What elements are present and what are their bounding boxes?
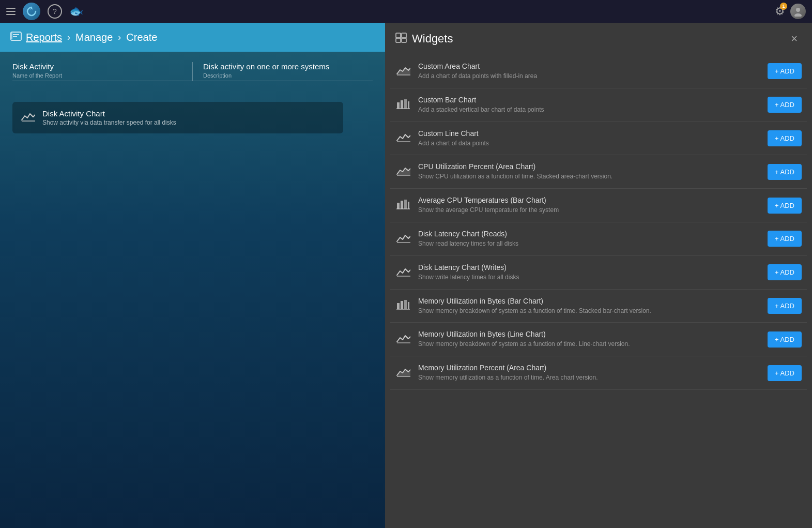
- svg-marker-33: [397, 369, 410, 376]
- widget-item-custom-line-chart: Custom Line Chart Add a chart of data po…: [390, 122, 807, 156]
- widget-item-text-memory-bytes-line: Memory Utilization in Bytes (Line Chart)…: [418, 330, 760, 349]
- svg-rect-28: [401, 301, 403, 309]
- breadcrumb-sep-2: ›: [118, 32, 121, 43]
- avatar-inner: [790, 4, 806, 19]
- add-button-memory-bytes-bar[interactable]: + ADD: [768, 298, 802, 314]
- widget-item-text-avg-cpu-temp: Average CPU Temperatures (Bar Chart) Sho…: [418, 196, 760, 215]
- breadcrumb-reports[interactable]: Reports: [26, 32, 62, 43]
- disk-activity-widget-card[interactable]: Disk Activity Chart Show activity via da…: [12, 102, 343, 133]
- description-label: Description: [203, 72, 373, 79]
- widget-item-title-custom-line-chart: Custom Line Chart: [418, 129, 760, 138]
- widgets-icon: [395, 33, 407, 46]
- add-button-custom-bar-chart[interactable]: + ADD: [768, 97, 802, 113]
- widget-item-desc-memory-percent-area: Show memory utilization as a function of…: [418, 373, 760, 382]
- svg-marker-18: [397, 168, 410, 175]
- help-icon[interactable]: ?: [48, 4, 62, 19]
- widget-item-desc-custom-line-chart: Add a chart of data points: [418, 139, 760, 148]
- hamburger-icon[interactable]: [6, 8, 16, 15]
- svg-rect-20: [397, 203, 400, 209]
- widget-item-title-memory-percent-area: Memory Utilization Percent (Area Chart): [418, 364, 760, 372]
- svg-rect-30: [408, 302, 409, 309]
- line-chart-icon-6: [395, 265, 411, 280]
- report-form: Name of the Report Description: [0, 52, 385, 92]
- add-button-cpu-utilization-area[interactable]: + ADD: [768, 164, 802, 180]
- widgets-panel-title: Widgets: [412, 32, 453, 46]
- topbar-right: ⚙ 1: [775, 4, 806, 19]
- widget-item-cpu-utilization-area: CPU Utilization Percent (Area Chart) Sho…: [390, 155, 807, 189]
- fish-icon[interactable]: 🐟: [69, 5, 83, 18]
- widget-item-title-disk-latency-reads: Disk Latency Chart (Reads): [418, 230, 760, 238]
- add-button-disk-latency-writes[interactable]: + ADD: [768, 264, 802, 280]
- breadcrumb-create: Create: [126, 32, 157, 43]
- svg-rect-6: [396, 33, 401, 38]
- svg-point-1: [794, 13, 802, 17]
- widget-item-disk-latency-reads: Disk Latency Chart (Reads) Show read lat…: [390, 222, 807, 256]
- line-chart-icon-5: [395, 231, 411, 247]
- description-input[interactable]: [203, 62, 373, 71]
- area-chart-icon-9: [395, 365, 411, 381]
- widget-item-title-custom-area-chart: Custom Area Chart: [418, 62, 760, 70]
- svg-rect-27: [397, 303, 400, 309]
- add-button-memory-bytes-line[interactable]: + ADD: [768, 331, 802, 348]
- widgets-header: Widgets ×: [385, 23, 812, 55]
- breadcrumb-bar: Reports › Manage › Create: [0, 23, 385, 52]
- avatar[interactable]: [790, 4, 806, 19]
- widget-item-desc-disk-latency-reads: Show read latency times for all disks: [418, 239, 760, 248]
- widget-item-memory-bytes-line: Memory Utilization in Bytes (Line Chart)…: [390, 323, 807, 356]
- right-panel: Widgets × Custom Area Chart Add a chart …: [385, 23, 812, 528]
- breadcrumb-manage: Manage: [75, 32, 113, 43]
- gear-badge-count: 1: [780, 3, 787, 10]
- disk-activity-title: Disk Activity Chart: [42, 109, 176, 118]
- widget-item-memory-percent-area: Memory Utilization Percent (Area Chart) …: [390, 356, 807, 390]
- topbar-left: ? 🐟: [6, 3, 83, 20]
- close-button[interactable]: ×: [787, 30, 802, 48]
- widget-item-text-memory-bytes-bar: Memory Utilization in Bytes (Bar Chart) …: [418, 297, 760, 315]
- svg-rect-7: [402, 33, 406, 38]
- disk-activity-description: Show activity via data transfer speed fo…: [42, 119, 176, 126]
- svg-rect-21: [401, 201, 403, 209]
- svg-rect-29: [404, 300, 407, 309]
- widget-item-desc-cpu-utilization-area: Show CPU utilization as a function of ti…: [418, 172, 760, 181]
- widgets-title: Widgets: [395, 32, 453, 46]
- main-layout: Reports › Manage › Create Name of the Re…: [0, 23, 812, 528]
- widget-item-custom-area-chart: Custom Area Chart Add a chart of data po…: [390, 55, 807, 88]
- add-button-avg-cpu-temp[interactable]: + ADD: [768, 198, 802, 214]
- widget-list: Custom Area Chart Add a chart of data po…: [385, 55, 812, 528]
- form-row: Name of the Report Description: [12, 62, 373, 81]
- widget-item-title-disk-latency-writes: Disk Latency Chart (Writes): [418, 263, 760, 271]
- disk-activity-icon: [21, 110, 35, 126]
- gear-badge[interactable]: ⚙ 1: [775, 5, 785, 18]
- logo-icon[interactable]: [23, 3, 40, 20]
- svg-marker-10: [397, 68, 410, 75]
- name-field: Name of the Report: [12, 62, 193, 81]
- name-input[interactable]: [12, 62, 182, 71]
- svg-rect-14: [404, 99, 407, 109]
- help-label: ?: [53, 7, 57, 16]
- widget-item-title-memory-bytes-line: Memory Utilization in Bytes (Line Chart): [418, 330, 760, 338]
- svg-rect-2: [11, 32, 21, 40]
- widget-item-desc-custom-area-chart: Add a chart of data points with filled-i…: [418, 72, 760, 81]
- svg-rect-23: [408, 202, 409, 209]
- widget-item-avg-cpu-temp: Average CPU Temperatures (Bar Chart) Sho…: [390, 189, 807, 222]
- svg-rect-8: [396, 38, 401, 42]
- widgets-canvas: Disk Activity Chart Show activity via da…: [0, 92, 385, 528]
- add-button-disk-latency-reads[interactable]: + ADD: [768, 231, 802, 247]
- add-button-memory-percent-area[interactable]: + ADD: [768, 365, 802, 381]
- area-chart-icon-0: [395, 64, 411, 79]
- add-button-custom-area-chart[interactable]: + ADD: [768, 63, 802, 79]
- widget-item-title-cpu-utilization-area: CPU Utilization Percent (Area Chart): [418, 162, 760, 171]
- svg-rect-13: [401, 100, 403, 109]
- widget-item-text-memory-percent-area: Memory Utilization Percent (Area Chart) …: [418, 364, 760, 382]
- add-button-custom-line-chart[interactable]: + ADD: [768, 130, 802, 146]
- widget-item-desc-avg-cpu-temp: Show the average CPU temperature for the…: [418, 206, 760, 215]
- bar-chart-icon-7: [395, 298, 411, 313]
- widget-item-title-memory-bytes-bar: Memory Utilization in Bytes (Bar Chart): [418, 297, 760, 305]
- line-chart-icon-2: [395, 130, 411, 146]
- area-chart-icon-3: [395, 164, 411, 179]
- svg-rect-12: [397, 102, 400, 109]
- svg-point-0: [796, 8, 800, 12]
- widget-item-text-disk-latency-reads: Disk Latency Chart (Reads) Show read lat…: [418, 230, 760, 248]
- widget-item-desc-memory-bytes-line: Show memory breakdown of system as a fun…: [418, 340, 760, 349]
- widget-item-memory-bytes-bar: Memory Utilization in Bytes (Bar Chart) …: [390, 290, 807, 323]
- widget-item-desc-custom-bar-chart: Add a stacked vertical bar chart of data…: [418, 105, 760, 114]
